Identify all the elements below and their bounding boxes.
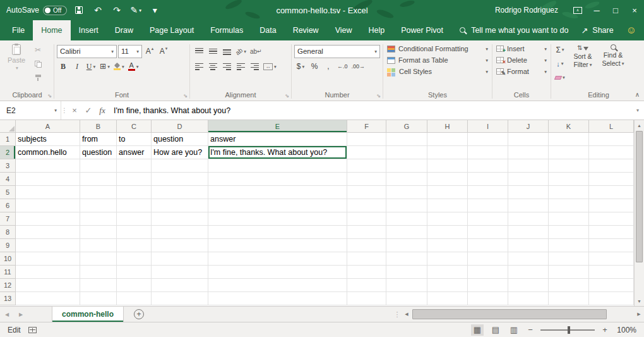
merge-center-button[interactable]: ↔▾ <box>262 60 278 73</box>
cell-K7[interactable] <box>549 212 589 226</box>
cell-G5[interactable] <box>386 186 427 199</box>
cell-E7[interactable] <box>208 212 347 226</box>
normal-view-button[interactable]: ▦ <box>471 324 484 336</box>
cell-E8[interactable] <box>208 226 347 239</box>
cell-D8[interactable] <box>152 226 208 239</box>
cell-B3[interactable] <box>80 159 117 173</box>
conditional-formatting-button[interactable]: Conditional Formatting ▾ <box>386 43 489 54</box>
next-sheet-button[interactable]: ▶ <box>14 312 28 317</box>
cell-D11[interactable] <box>152 266 208 279</box>
row-header-11[interactable]: 11 <box>0 266 16 279</box>
cell-J4[interactable] <box>508 173 549 186</box>
cell-I3[interactable] <box>468 159 508 173</box>
cell-D5[interactable] <box>152 186 208 199</box>
cell-I8[interactable] <box>468 226 508 239</box>
cell-H9[interactable] <box>427 239 468 252</box>
italic-button[interactable]: I <box>71 60 83 73</box>
cell-B1[interactable]: from <box>80 133 117 146</box>
customize-qat-button[interactable]: ▾ <box>148 3 162 18</box>
cell-I13[interactable] <box>468 292 508 305</box>
cell-styles-button[interactable]: Cell Styles ▾ <box>386 66 489 77</box>
row-header-9[interactable]: 9 <box>0 239 16 252</box>
scroll-down-button[interactable]: ▼ <box>635 296 644 306</box>
tab-draw[interactable]: Draw <box>107 20 141 40</box>
cell-E6[interactable] <box>208 199 347 212</box>
cell-E13[interactable] <box>208 292 347 305</box>
cell-H3[interactable] <box>427 159 468 173</box>
delete-cells-button[interactable]: × Delete ▾ <box>495 54 548 66</box>
cut-button[interactable]: ✂ <box>32 43 44 56</box>
cell-I4[interactable] <box>468 173 508 186</box>
cell-K5[interactable] <box>549 186 589 199</box>
maximize-button[interactable]: □ <box>606 0 625 20</box>
horizontal-scrollbar-thumb[interactable] <box>412 309 607 319</box>
font-dialog-launcher[interactable]: ⇘ <box>183 93 188 99</box>
enter-button[interactable]: ✓ <box>81 101 95 119</box>
cell-F9[interactable] <box>347 239 386 252</box>
wrap-text-button[interactable]: ab↵ <box>249 45 263 58</box>
cell-I10[interactable] <box>468 252 508 266</box>
cell-D9[interactable] <box>152 239 208 252</box>
cell-I11[interactable] <box>468 266 508 279</box>
cell-G6[interactable] <box>386 199 427 212</box>
row-header-3[interactable]: 3 <box>0 159 16 173</box>
row-header-6[interactable]: 6 <box>0 199 16 212</box>
autosave-switch[interactable]: Off <box>43 6 67 15</box>
cell-B2[interactable]: question <box>80 146 117 159</box>
cell-J3[interactable] <box>508 159 549 173</box>
font-color-button[interactable]: A ▾ <box>127 60 140 73</box>
cell-H4[interactable] <box>427 173 468 186</box>
increase-font-size-button[interactable]: A▴ <box>143 45 156 58</box>
cell-C13[interactable] <box>117 292 152 305</box>
column-header-H[interactable]: H <box>427 120 468 133</box>
page-break-view-button[interactable]: ▥ <box>508 324 520 336</box>
cell-F8[interactable] <box>347 226 386 239</box>
cell-G9[interactable] <box>386 239 427 252</box>
cell-B8[interactable] <box>80 226 117 239</box>
cell-I9[interactable] <box>468 239 508 252</box>
cell-A5[interactable] <box>16 186 80 199</box>
vertical-scrollbar-track[interactable] <box>635 130 644 296</box>
cell-C5[interactable] <box>117 186 152 199</box>
cell-I12[interactable] <box>468 279 508 292</box>
cell-B12[interactable] <box>80 279 117 292</box>
percent-style-button[interactable]: % <box>308 60 321 73</box>
middle-align-button[interactable] <box>206 45 219 58</box>
cell-L3[interactable] <box>589 159 634 173</box>
row-header-5[interactable]: 5 <box>0 186 16 199</box>
alignment-dialog-launcher[interactable]: ⇘ <box>285 93 289 99</box>
cell-D12[interactable] <box>152 279 208 292</box>
cell-C12[interactable] <box>117 279 152 292</box>
cell-C6[interactable] <box>117 199 152 212</box>
cell-D6[interactable] <box>152 199 208 212</box>
tab-data[interactable]: Data <box>251 20 284 40</box>
cell-I1[interactable] <box>468 133 508 146</box>
scroll-up-button[interactable]: ▲ <box>635 120 644 130</box>
chevron-down-icon[interactable]: ▾ <box>374 49 377 54</box>
tab-page-layout[interactable]: Page Layout <box>141 20 202 40</box>
cell-E9[interactable] <box>208 239 347 252</box>
row-header-7[interactable]: 7 <box>0 212 16 226</box>
tab-review[interactable]: Review <box>285 20 327 40</box>
cell-K3[interactable] <box>549 159 589 173</box>
row-header-10[interactable]: 10 <box>0 252 16 266</box>
cell-A6[interactable] <box>16 199 80 212</box>
tab-power-pivot[interactable]: Power Pivot <box>393 20 451 40</box>
column-header-F[interactable]: F <box>347 120 386 133</box>
fill-color-button[interactable]: ▾ <box>112 60 126 73</box>
cell-K9[interactable] <box>549 239 589 252</box>
top-align-button[interactable] <box>193 45 205 58</box>
cell-C1[interactable]: to <box>117 133 152 146</box>
cell-L4[interactable] <box>589 173 634 186</box>
cell-F2[interactable] <box>347 146 386 159</box>
cell-H11[interactable] <box>427 266 468 279</box>
cell-L2[interactable] <box>589 146 634 159</box>
column-header-I[interactable]: I <box>468 120 508 133</box>
cell-E3[interactable] <box>208 159 347 173</box>
row-header-13[interactable]: 13 <box>0 292 16 305</box>
cell-C3[interactable] <box>117 159 152 173</box>
cell-C7[interactable] <box>117 212 152 226</box>
cell-F13[interactable] <box>347 292 386 305</box>
column-header-D[interactable]: D <box>152 120 208 133</box>
number-dialog-launcher[interactable]: ⇘ <box>376 93 381 99</box>
